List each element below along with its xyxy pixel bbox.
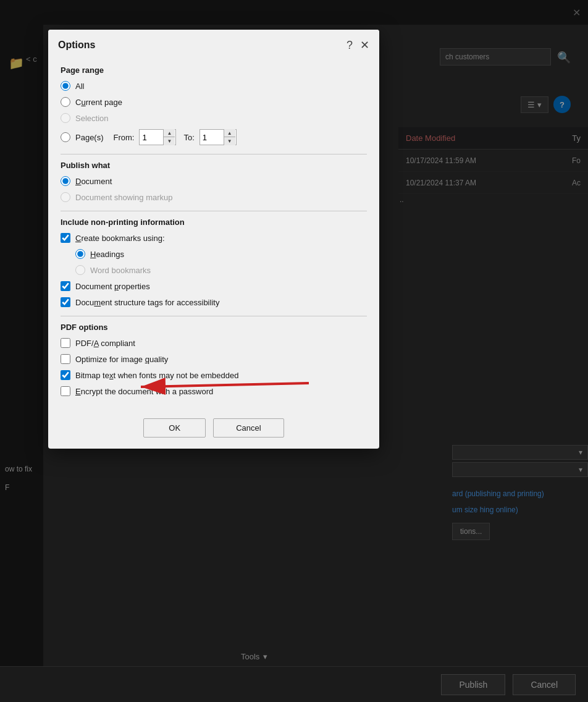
- dialog-title: Options: [58, 40, 95, 51]
- checkbox-pdfa[interactable]: [61, 338, 70, 348]
- publish-what-markup-row: Document showing markup: [61, 191, 367, 203]
- bitmap-text-row: Bitmap text when fonts may not be embedd…: [61, 369, 367, 381]
- label-current-page: Current page: [75, 98, 122, 107]
- dialog-title-actions: ? ✕: [346, 38, 369, 52]
- checkbox-doc-structure[interactable]: [61, 297, 70, 307]
- dialog-titlebar: Options ? ✕: [48, 30, 379, 58]
- label-doc-properties: Document properties: [75, 282, 150, 291]
- cancel-button[interactable]: Cancel: [213, 418, 284, 438]
- include-label: Include non-printing information: [61, 218, 367, 227]
- radio-document-markup[interactable]: [61, 192, 70, 202]
- divider-1: [61, 154, 367, 154]
- label-encrypt: Encrypt the document with a password: [75, 387, 213, 396]
- to-input[interactable]: [200, 133, 224, 142]
- dialog-body: Page range All Current page Selection Pa…: [48, 58, 379, 411]
- pdfa-row: PDF/A compliant: [61, 337, 367, 349]
- radio-selection[interactable]: [61, 113, 70, 123]
- to-label: To:: [183, 133, 194, 142]
- label-selection: Selection: [75, 114, 108, 123]
- page-range-selection-row: Selection: [61, 112, 367, 124]
- page-range-label: Page range: [61, 66, 367, 75]
- label-pages: Page(s): [75, 133, 104, 142]
- checkbox-doc-properties[interactable]: [61, 281, 70, 291]
- checkbox-image-quality[interactable]: [61, 354, 70, 364]
- label-document-markup: Document showing markup: [75, 193, 173, 202]
- doc-structure-row: Document structure tags for accessibilit…: [61, 296, 367, 308]
- checkbox-bookmarks[interactable]: [61, 233, 70, 243]
- label-doc-structure: Document structure tags for accessibilit…: [75, 298, 219, 307]
- image-quality-row: Optimize for image quality: [61, 353, 367, 365]
- label-pdfa: PDF/A compliant: [75, 339, 135, 348]
- radio-headings[interactable]: [75, 249, 85, 259]
- dialog-help-icon[interactable]: ?: [346, 39, 353, 52]
- from-label: From:: [114, 133, 135, 142]
- bookmarks-row: Create bookmarks using:: [61, 232, 367, 244]
- page-range-pages-row: Page(s) From: ▲ ▼ To: ▲ ▼: [61, 128, 367, 146]
- page-range-current-row: Current page: [61, 96, 367, 108]
- label-word-bookmarks: Word bookmarks: [90, 266, 151, 275]
- label-bitmap-text: Bitmap text when fonts may not be embedd…: [75, 371, 239, 380]
- to-spinbox[interactable]: ▲ ▼: [200, 129, 237, 145]
- encrypt-row: Encrypt the document with a password: [61, 385, 367, 397]
- label-document: Document: [75, 177, 112, 186]
- radio-word-bookmarks[interactable]: [75, 265, 85, 275]
- from-spinbox-arrows: ▲ ▼: [163, 129, 175, 145]
- publish-what-document-row: Document: [61, 175, 367, 187]
- divider-2: [61, 211, 367, 211]
- to-up-arrow-icon[interactable]: ▲: [224, 129, 235, 137]
- word-bookmarks-row: Word bookmarks: [61, 264, 367, 276]
- radio-document[interactable]: [61, 176, 70, 186]
- label-bookmarks: Create bookmarks using:: [75, 234, 165, 243]
- ok-button[interactable]: OK: [143, 418, 206, 438]
- from-up-arrow-icon[interactable]: ▲: [164, 129, 175, 137]
- to-spinbox-arrows: ▲ ▼: [224, 129, 235, 145]
- label-headings: Headings: [90, 250, 124, 259]
- headings-row: Headings: [61, 248, 367, 260]
- checkbox-bitmap-text[interactable]: [61, 370, 70, 380]
- to-down-arrow-icon[interactable]: ▼: [224, 137, 235, 145]
- checkbox-encrypt[interactable]: [61, 386, 70, 396]
- radio-current-page[interactable]: [61, 97, 70, 107]
- publish-what-label: Publish what: [61, 161, 367, 170]
- doc-properties-row: Document properties: [61, 280, 367, 292]
- label-image-quality: Optimize for image quality: [75, 355, 168, 364]
- label-all: All: [75, 82, 84, 91]
- options-dialog: Options ? ✕ Page range All Current page …: [48, 30, 379, 449]
- divider-3: [61, 316, 367, 316]
- dialog-close-icon[interactable]: ✕: [360, 38, 369, 52]
- from-spinbox[interactable]: ▲ ▼: [139, 129, 176, 145]
- page-range-all-row: All: [61, 80, 367, 92]
- radio-pages[interactable]: [61, 132, 70, 142]
- radio-all[interactable]: [61, 81, 70, 91]
- from-input[interactable]: [140, 133, 163, 142]
- dialog-footer: OK Cancel: [48, 411, 379, 449]
- from-down-arrow-icon[interactable]: ▼: [164, 137, 175, 145]
- pdf-options-label: PDF options: [61, 323, 367, 332]
